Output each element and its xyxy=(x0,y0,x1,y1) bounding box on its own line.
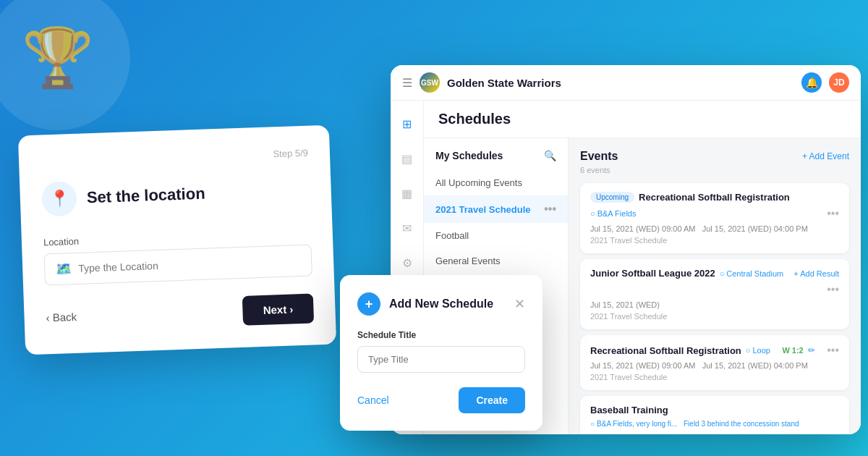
event-dates-3: Jul 15, 2021 (WED) 09:00 AM Jul 15, 2021… xyxy=(590,361,839,370)
panel-header: My Schedules 🔍 xyxy=(424,150,568,170)
upcoming-badge: Upcoming xyxy=(590,192,634,203)
user-avatar[interactable]: JD xyxy=(829,72,849,93)
event-location-3: ○ Loop xyxy=(746,346,770,355)
event-card-1: Upcoming Recreational Softball Registrat… xyxy=(580,183,849,253)
event-card-3: Recreational Softball Registration ○ Loo… xyxy=(580,335,849,390)
add-event-link[interactable]: + Add Event xyxy=(802,151,849,161)
event-dots-2[interactable]: ••• xyxy=(827,283,839,296)
add-schedule-modal: + Add New Schedule ✕ Schedule Title Canc… xyxy=(340,275,542,431)
card-title: Set the location xyxy=(86,185,205,208)
back-button[interactable]: ‹ Back xyxy=(46,311,77,324)
event-name-3: Recreational Softball Registration xyxy=(590,345,741,356)
sidebar-icon-messages[interactable]: ✉ xyxy=(396,216,419,240)
team-logo: GSW xyxy=(420,72,440,93)
sidebar-icon-settings[interactable]: ⚙ xyxy=(396,251,419,274)
schedule-item-all-upcoming[interactable]: All Upcoming Events xyxy=(424,170,568,195)
page-title: Schedules xyxy=(438,111,511,127)
event-card-4: Baseball Training ○ B&A Fields, very lon… xyxy=(580,396,849,434)
events-count: 6 events xyxy=(580,166,849,174)
trophy-decoration: 🏆 xyxy=(0,0,130,130)
event-schedule-tag-2: 2021 Travel Schedule xyxy=(590,312,839,321)
event-dates-2: Jul 15, 2021 (WED) xyxy=(590,300,839,309)
event-card-2: Junior Softball League 2022 ○ Central St… xyxy=(580,259,849,329)
modal-actions: Cancel Create xyxy=(357,387,525,413)
schedule-item-football[interactable]: Football xyxy=(424,223,568,248)
event-location-2: ○ Central Stadium xyxy=(720,269,784,278)
events-panel: Events + Add Event 6 events Upcoming Rec… xyxy=(569,138,861,434)
plus-icon: + xyxy=(357,292,380,316)
map-pin-icon: 🗺️ xyxy=(55,261,72,277)
location-input-wrapper: 🗺️ xyxy=(44,245,312,286)
card-header: 📍 Set the location xyxy=(41,173,310,217)
event-dots-1[interactable]: ••• xyxy=(827,207,839,220)
add-result-link-2[interactable]: + Add Result xyxy=(793,269,839,278)
card-actions: ‹ Back Next › xyxy=(46,293,314,332)
event-card-3-header: Recreational Softball Registration ○ Loo… xyxy=(590,344,839,357)
notification-icon[interactable]: 🔔 xyxy=(801,72,822,93)
page-title-bar: Schedules xyxy=(424,101,861,138)
event-location-4: ○ B&A Fields, very long fi... Field 3 be… xyxy=(590,420,799,428)
sidebar-icon-list[interactable]: ▤ xyxy=(396,147,419,170)
step-label: Step 5/9 xyxy=(41,148,308,168)
event-result-3: W 1:2 xyxy=(782,346,803,355)
search-icon[interactable]: 🔍 xyxy=(544,150,556,161)
events-title: Events xyxy=(580,150,618,163)
event-dots-3[interactable]: ••• xyxy=(827,344,839,357)
events-header: Events + Add Event xyxy=(580,150,849,163)
event-card-1-header: Upcoming Recreational Softball Registrat… xyxy=(590,192,839,220)
sidebar-icon-grid[interactable]: ⊞ xyxy=(396,112,419,135)
event-dots-4[interactable]: ••• xyxy=(827,432,839,434)
edit-icon-3[interactable]: ✏ xyxy=(808,345,815,355)
location-card: Step 5/9 📍 Set the location Location 🗺️ … xyxy=(18,125,336,355)
event-card-2-header: Junior Softball League 2022 ○ Central St… xyxy=(590,268,839,296)
event-card-4-header: Baseball Training ○ B&A Fields, very lon… xyxy=(590,405,839,434)
event-dates-1: Jul 15, 2021 (WED) 09:00 AM Jul 15, 2021… xyxy=(590,224,839,233)
create-button[interactable]: Create xyxy=(459,387,525,413)
panel-title: My Schedules xyxy=(435,150,503,161)
next-button[interactable]: Next › xyxy=(242,293,314,325)
sidebar-icon-table[interactable]: ▦ xyxy=(396,182,419,205)
app-topbar: ☰ GSW Golden State Warriors 🔔 JD xyxy=(391,65,861,101)
schedule-item-2021-travel[interactable]: 2021 Travel Schedule ••• xyxy=(424,195,568,223)
team-name: Golden State Warriors xyxy=(447,77,794,89)
location-icon-circle: 📍 xyxy=(41,181,77,217)
trophy-icon: 🏆 xyxy=(22,24,94,92)
schedule-item-dots[interactable]: ••• xyxy=(544,203,556,216)
event-name-2: Junior Softball League 2022 xyxy=(590,268,715,279)
menu-icon[interactable]: ☰ xyxy=(402,76,412,90)
event-name-1: Recreational Softball Registration xyxy=(639,192,790,203)
cancel-button[interactable]: Cancel xyxy=(357,394,389,406)
schedule-title-input[interactable] xyxy=(357,346,525,373)
modal-close-button[interactable]: ✕ xyxy=(514,297,525,311)
location-input[interactable] xyxy=(78,255,301,274)
location-field-label: Location xyxy=(43,228,311,248)
event-schedule-tag-1: 2021 Travel Schedule xyxy=(590,236,839,245)
schedule-item-general-events[interactable]: General Events xyxy=(424,248,568,274)
event-location-1: ○ B&A Fields xyxy=(590,209,636,218)
modal-title: Add New Schedule xyxy=(389,297,493,311)
schedule-title-label: Schedule Title xyxy=(357,330,525,340)
topbar-icons: 🔔 JD xyxy=(801,72,849,93)
event-schedule-tag-3: 2021 Travel Schedule xyxy=(590,373,839,381)
modal-header: + Add New Schedule ✕ xyxy=(357,292,525,316)
event-name-4: Baseball Training xyxy=(590,405,668,415)
